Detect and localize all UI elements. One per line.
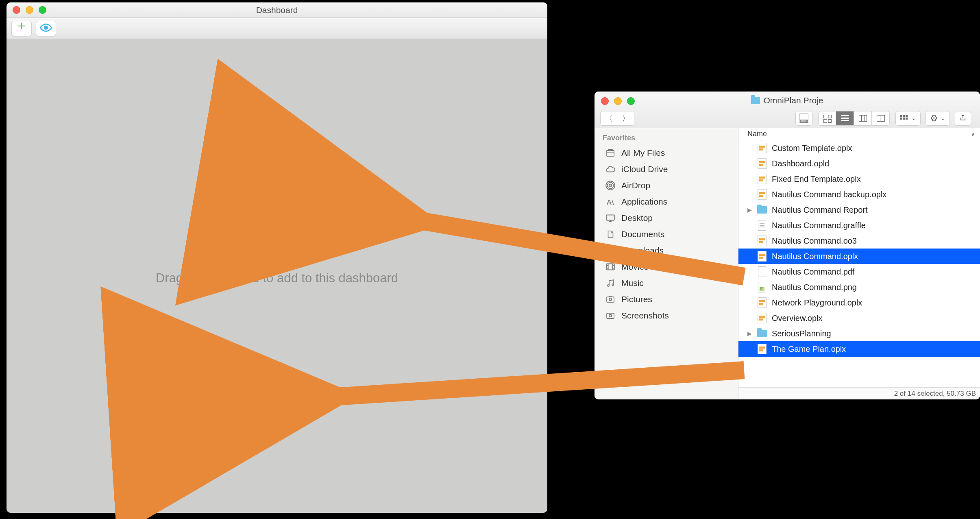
movies-icon — [605, 262, 616, 272]
file-row[interactable]: Overview.oplx — [738, 310, 980, 326]
close-icon[interactable] — [13, 6, 20, 14]
sidebar-item-desktop[interactable]: Desktop — [595, 210, 738, 226]
finder-title-text: OmniPlan Proje — [763, 96, 823, 105]
sidebar-item-label: Applications — [621, 197, 667, 207]
finder-title: OmniPlan Proje — [595, 96, 980, 105]
sidebar-item-documents[interactable]: Documents — [595, 226, 738, 242]
pdf-icon — [758, 266, 766, 277]
file-row[interactable]: Network Playground.oplx — [738, 295, 980, 310]
coverflow-view-button[interactable] — [872, 111, 890, 126]
column-name-label: Name — [747, 130, 767, 138]
sidebar-item-label: Music — [621, 278, 644, 288]
screenshots-icon — [605, 310, 616, 321]
file-name: Nautilus Command Report — [772, 205, 868, 215]
chevron-down-icon — [911, 114, 916, 123]
file-row[interactable]: Dashboard.opld — [738, 156, 980, 171]
sidebar-item-airdrop[interactable]: AirDrop — [595, 177, 738, 194]
sort-indicator-icon[interactable] — [971, 130, 975, 138]
svg-rect-10 — [607, 297, 614, 302]
file-row[interactable]: Nautilus Command.oplx — [738, 249, 980, 264]
file-row[interactable]: ▶SeriousPlanning — [738, 326, 980, 341]
sidebar-item-applications[interactable]: Applications — [595, 194, 738, 210]
svg-point-2 — [609, 184, 612, 187]
columns-icon — [859, 115, 867, 122]
sidebar-item-screenshots[interactable]: Screenshots — [595, 307, 738, 324]
file-row[interactable]: Nautilus Command.graffle — [738, 218, 980, 233]
finder-toolbar: 〈 〉 — [600, 111, 976, 126]
file-list[interactable]: Custom Template.oplxDashboard.opldFixed … — [738, 140, 980, 387]
list-view-button[interactable] — [836, 111, 854, 126]
sidebar-item-label: Screenshots — [621, 311, 669, 321]
disclosure-triangle-icon[interactable]: ▶ — [747, 207, 752, 213]
file-row[interactable]: The Game Plan.oplx — [738, 341, 980, 357]
music-icon — [605, 278, 616, 288]
coverflow-icon — [877, 115, 885, 122]
file-name: Nautilus Command.pdf — [772, 267, 854, 277]
desktop-icon — [605, 213, 616, 223]
traffic-lights — [13, 6, 46, 14]
icon-view-button[interactable] — [818, 111, 836, 126]
omniplan-file-icon — [758, 174, 767, 184]
share-button[interactable] — [955, 111, 971, 126]
file-row[interactable]: Nautilus Command.oo3 — [738, 233, 980, 249]
finder-sidebar: Favorites All My FilesiCloud DriveAirDro… — [595, 128, 738, 399]
svg-point-3 — [607, 182, 613, 188]
file-row[interactable]: Nautilus Command.pdf — [738, 264, 980, 279]
file-name: Nautilus Command.graffle — [772, 221, 866, 230]
column-header[interactable]: Name — [738, 128, 980, 140]
finder-titlebar[interactable]: OmniPlan Proje 〈 〉 — [595, 92, 980, 128]
add-button[interactable] — [11, 21, 32, 36]
share-icon — [959, 113, 967, 124]
file-row[interactable]: Nautilus Command.png — [738, 279, 980, 295]
chevron-down-icon — [941, 114, 945, 123]
sidebar-item-music[interactable]: Music — [595, 275, 738, 291]
action-button[interactable] — [926, 111, 950, 126]
sidebar-item-pictures[interactable]: Pictures — [595, 291, 738, 307]
sidebar-item-icloud[interactable]: iCloud Drive — [595, 161, 738, 177]
view-mode-segment — [818, 111, 890, 126]
disclosure-triangle-icon[interactable]: ▶ — [747, 330, 752, 337]
svg-point-13 — [609, 314, 612, 317]
omniplan-file-icon — [758, 297, 767, 308]
file-name: Network Playground.oplx — [772, 298, 862, 307]
arrange-button[interactable] — [895, 111, 921, 126]
minimize-icon[interactable] — [26, 6, 33, 14]
file-row[interactable]: Nautilus Command backup.oplx — [738, 187, 980, 202]
sidebar-item-movies[interactable]: Movies — [595, 259, 738, 275]
preview-button[interactable] — [36, 21, 56, 36]
pictures-icon — [605, 294, 616, 305]
svg-point-8 — [608, 285, 609, 286]
downloads-icon — [605, 245, 616, 256]
omniplan-file-icon — [758, 158, 767, 169]
omniplan-file-icon — [758, 251, 767, 262]
svg-point-0 — [44, 26, 48, 29]
nav-buttons: 〈 〉 — [600, 111, 634, 126]
gear-icon — [930, 113, 938, 124]
folder-icon — [751, 97, 760, 104]
quicklook-button[interactable] — [795, 111, 812, 126]
image-icon — [758, 282, 766, 292]
sidebar-item-label: Movies — [621, 262, 649, 272]
sidebar-item-downloads[interactable]: Downloads — [595, 242, 738, 259]
favorites-header: Favorites — [595, 131, 738, 145]
dashboard-drop-area[interactable]: Drag projects here to add to this dashbo… — [7, 39, 547, 513]
dashboard-titlebar[interactable]: Dashboard — [7, 2, 547, 18]
applications-icon — [605, 196, 616, 207]
svg-rect-7 — [606, 264, 614, 270]
sidebar-item-label: Pictures — [621, 294, 652, 304]
file-name: Dashboard.opld — [772, 159, 829, 168]
icloud-icon — [605, 164, 616, 174]
file-row[interactable]: ▶Nautilus Command Report — [738, 202, 980, 218]
back-button[interactable]: 〈 — [600, 111, 617, 126]
svg-rect-12 — [607, 313, 614, 318]
sidebar-item-all-my-files[interactable]: All My Files — [595, 145, 738, 161]
status-bar: 2 of 14 selected, 50.73 GB — [738, 387, 980, 399]
file-row[interactable]: Fixed End Template.oplx — [738, 171, 980, 187]
forward-button[interactable]: 〉 — [617, 111, 634, 126]
zoom-icon[interactable] — [39, 6, 46, 14]
file-row[interactable]: Custom Template.oplx — [738, 140, 980, 156]
column-view-button[interactable] — [854, 111, 872, 126]
png-file-icon — [799, 113, 808, 123]
omniplan-file-icon — [758, 344, 767, 354]
omniplan-file-icon — [758, 189, 767, 200]
